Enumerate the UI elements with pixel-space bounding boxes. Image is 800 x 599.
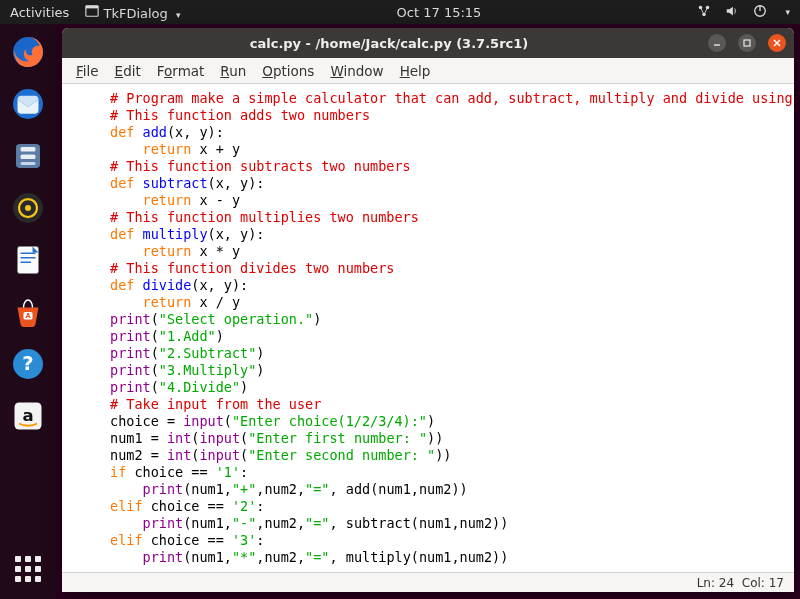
window-titlebar[interactable]: calc.py - /home/Jack/calc.py (3.7.5rc1) [62,28,794,58]
window-maximize-button[interactable] [738,34,756,52]
dock-files[interactable] [6,134,50,178]
dock-software[interactable]: A [6,290,50,334]
show-applications-button[interactable] [6,547,50,591]
status-line-label: Ln: [697,576,715,590]
svg-rect-10 [21,147,36,152]
window-close-button[interactable] [768,34,786,52]
network-icon[interactable] [697,4,711,21]
menu-format[interactable]: Format [157,63,205,79]
volume-icon[interactable] [725,4,739,21]
dock-amazon[interactable]: a [6,394,50,438]
svg-rect-17 [21,253,36,255]
dock-libreoffice-writer[interactable] [6,238,50,282]
dock-help[interactable]: ? [6,342,50,386]
menu-window[interactable]: Window [330,63,383,79]
code-editor[interactable]: # Program make a simple calculator that … [62,84,794,572]
svg-rect-18 [21,257,36,259]
ubuntu-dock: A ? a [0,24,56,599]
menu-edit[interactable]: Edit [115,63,141,79]
status-bar: Ln: 24 Col: 17 [62,572,794,592]
svg-rect-27 [744,40,750,46]
menu-help[interactable]: Help [400,63,431,79]
svg-rect-12 [21,162,36,165]
status-line-value: 24 [719,576,734,590]
idle-editor-window: calc.py - /home/Jack/calc.py (3.7.5rc1) … [62,28,794,592]
gnome-top-panel: Activities TkFDialog ▾ Oct 17 15:15 ▾ [0,0,800,24]
dock-thunderbird[interactable] [6,82,50,126]
clock[interactable]: Oct 17 15:15 [180,5,697,20]
svg-text:A: A [25,312,31,320]
menubar: File Edit Format Run Options Window Help [62,58,794,84]
svg-text:?: ? [22,352,33,375]
system-menu-chevron-icon[interactable]: ▾ [785,7,790,17]
svg-rect-1 [86,5,98,8]
dock-rhythmbox[interactable] [6,186,50,230]
app-menu-icon [85,6,99,21]
power-icon[interactable] [753,4,767,21]
svg-point-15 [25,205,31,211]
menu-run[interactable]: Run [220,63,246,79]
status-col-value: 17 [769,576,784,590]
window-minimize-button[interactable] [708,34,726,52]
app-menu[interactable]: TkFDialog ▾ [85,4,180,21]
status-col-label: Col: [742,576,765,590]
activities-button[interactable]: Activities [10,5,69,20]
svg-rect-11 [21,155,36,160]
menu-file[interactable]: File [76,63,99,79]
svg-rect-19 [21,262,32,264]
window-title: calc.py - /home/Jack/calc.py (3.7.5rc1) [70,36,708,51]
svg-text:a: a [22,406,33,425]
dock-firefox[interactable] [6,30,50,74]
menu-options[interactable]: Options [262,63,314,79]
